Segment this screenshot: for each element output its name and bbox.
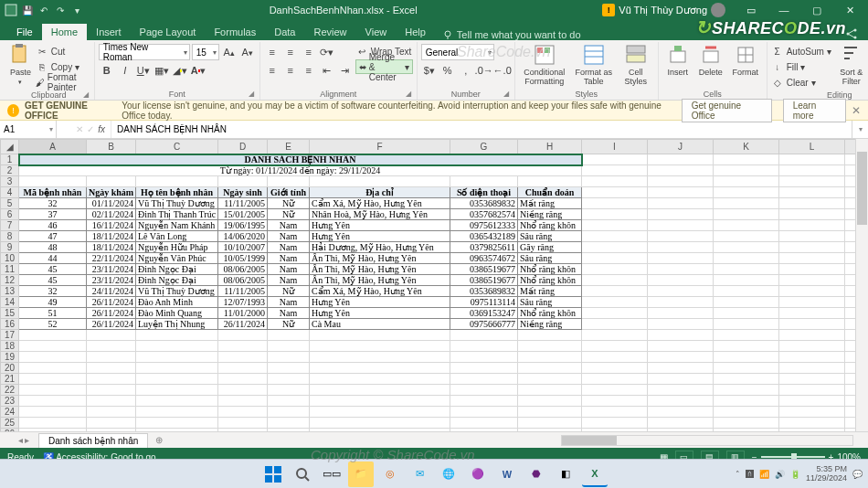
data-cell[interactable]: 10/10/2007 bbox=[218, 242, 268, 253]
cell[interactable] bbox=[19, 407, 87, 418]
cell[interactable] bbox=[310, 429, 450, 432]
data-cell[interactable]: 0975666777 bbox=[450, 319, 518, 330]
tab-file[interactable]: File bbox=[7, 24, 42, 40]
sort-filter-button[interactable]: Sort & Filter bbox=[833, 42, 868, 86]
cell[interactable] bbox=[87, 418, 136, 429]
data-cell[interactable]: Đào Minh Quang bbox=[136, 308, 218, 319]
fill-button[interactable]: ↓Fill ▾ bbox=[771, 59, 831, 74]
cell[interactable] bbox=[779, 319, 845, 330]
grow-font-button[interactable]: A▴ bbox=[221, 44, 238, 60]
col-header[interactable]: F bbox=[310, 140, 450, 154]
cell[interactable] bbox=[648, 418, 714, 429]
cell[interactable] bbox=[87, 429, 136, 432]
cell[interactable] bbox=[450, 429, 518, 432]
cell[interactable] bbox=[648, 220, 714, 231]
data-cell[interactable]: Nhổ răng khôn bbox=[518, 264, 582, 275]
data-cell[interactable]: Nam bbox=[268, 264, 310, 275]
row-header[interactable]: 16 bbox=[1, 319, 19, 330]
data-cell[interactable]: 23/11/2024 bbox=[87, 264, 136, 275]
cell[interactable] bbox=[518, 407, 582, 418]
table-header[interactable]: Chuẩn đoán bbox=[518, 187, 582, 198]
data-cell[interactable]: Nguyễn Văn Phúc bbox=[136, 253, 218, 264]
cell[interactable] bbox=[136, 352, 218, 363]
visual-studio-icon[interactable]: ⬣ bbox=[524, 461, 549, 487]
cell[interactable] bbox=[779, 363, 845, 374]
col-header[interactable]: C bbox=[136, 140, 218, 154]
data-cell[interactable]: 32 bbox=[19, 286, 87, 297]
cell[interactable] bbox=[714, 374, 779, 385]
font-color-button[interactable]: A▾ bbox=[190, 62, 206, 79]
data-cell[interactable]: Nữ bbox=[268, 209, 310, 220]
percent-button[interactable]: % bbox=[439, 62, 456, 79]
cell[interactable] bbox=[779, 396, 845, 407]
data-cell[interactable]: 26/11/2024 bbox=[218, 319, 268, 330]
cell[interactable] bbox=[19, 363, 87, 374]
cell[interactable] bbox=[779, 242, 845, 253]
underline-button[interactable]: U▾ bbox=[135, 62, 152, 79]
data-cell[interactable]: 11/11/2005 bbox=[218, 198, 268, 209]
col-header[interactable]: H bbox=[518, 140, 582, 154]
data-cell[interactable]: 52 bbox=[19, 319, 87, 330]
data-cell[interactable]: Cẩm Xá, Mỹ Hào, Hưng Yên bbox=[310, 198, 450, 209]
data-cell[interactable]: Sâu răng bbox=[518, 297, 582, 308]
cell[interactable] bbox=[218, 352, 268, 363]
tab-home[interactable]: Home bbox=[42, 24, 87, 40]
align-top-button[interactable]: ≡ bbox=[264, 44, 281, 60]
cell[interactable] bbox=[714, 198, 779, 209]
row-header[interactable]: 4 bbox=[1, 187, 19, 198]
cell[interactable] bbox=[136, 341, 218, 352]
data-cell[interactable]: Hưng Yên bbox=[310, 308, 450, 319]
row-header[interactable]: 20 bbox=[1, 363, 19, 374]
cell[interactable] bbox=[779, 297, 845, 308]
chrome-icon[interactable]: 🌐 bbox=[436, 461, 461, 487]
cell[interactable] bbox=[582, 165, 648, 176]
zoom-slider[interactable] bbox=[761, 456, 825, 458]
cell[interactable] bbox=[648, 165, 714, 176]
cell[interactable] bbox=[310, 330, 450, 341]
data-cell[interactable]: Nhổ răng khôn bbox=[518, 308, 582, 319]
row-header[interactable]: 3 bbox=[1, 176, 19, 187]
data-cell[interactable]: 0353689832 bbox=[450, 198, 518, 209]
cell[interactable] bbox=[648, 275, 714, 286]
cell[interactable] bbox=[714, 319, 779, 330]
col-header[interactable]: A bbox=[19, 140, 87, 154]
cell[interactable] bbox=[518, 176, 582, 187]
cell[interactable] bbox=[19, 418, 87, 429]
cell[interactable] bbox=[582, 297, 648, 308]
cell[interactable] bbox=[87, 407, 136, 418]
cell[interactable] bbox=[779, 429, 845, 432]
data-cell[interactable]: 0379825611 bbox=[450, 242, 518, 253]
tab-page-layout[interactable]: Page Layout bbox=[131, 24, 206, 40]
cell[interactable] bbox=[582, 154, 648, 165]
col-header[interactable]: D bbox=[218, 140, 268, 154]
fill-color-button[interactable]: ◢▾ bbox=[172, 62, 188, 79]
name-box[interactable]: A1 bbox=[0, 121, 57, 138]
data-cell[interactable]: Nữ bbox=[268, 319, 310, 330]
select-all-corner[interactable]: ◢ bbox=[1, 140, 19, 154]
data-cell[interactable]: Vũ Thị Thuỳ Dương bbox=[136, 198, 218, 209]
cell[interactable] bbox=[218, 363, 268, 374]
row-header[interactable]: 19 bbox=[1, 352, 19, 363]
cell[interactable] bbox=[714, 253, 779, 264]
cell[interactable] bbox=[648, 308, 714, 319]
cell[interactable] bbox=[648, 385, 714, 396]
cell[interactable] bbox=[648, 242, 714, 253]
cell[interactable] bbox=[648, 253, 714, 264]
cell[interactable] bbox=[779, 231, 845, 242]
cell[interactable] bbox=[648, 396, 714, 407]
cell[interactable] bbox=[518, 385, 582, 396]
cell[interactable] bbox=[218, 407, 268, 418]
cell-styles-button[interactable]: Cell Styles bbox=[618, 42, 654, 86]
font-size-combo[interactable]: 15 bbox=[192, 44, 219, 60]
cell[interactable] bbox=[648, 374, 714, 385]
cell[interactable] bbox=[582, 429, 648, 432]
formula-expand-icon[interactable]: ▾ bbox=[852, 121, 868, 138]
cell[interactable] bbox=[582, 330, 648, 341]
cell[interactable] bbox=[218, 374, 268, 385]
col-header[interactable]: B bbox=[87, 140, 136, 154]
data-cell[interactable]: Hải Dương, Mỹ Hào, Hưng Yên bbox=[310, 242, 450, 253]
table-header[interactable]: Mã bệnh nhân bbox=[19, 187, 87, 198]
table-header[interactable]: Ngày sinh bbox=[218, 187, 268, 198]
indent-dec-button[interactable]: ⇤ bbox=[319, 62, 335, 79]
excel-icon[interactable]: X bbox=[582, 461, 608, 487]
